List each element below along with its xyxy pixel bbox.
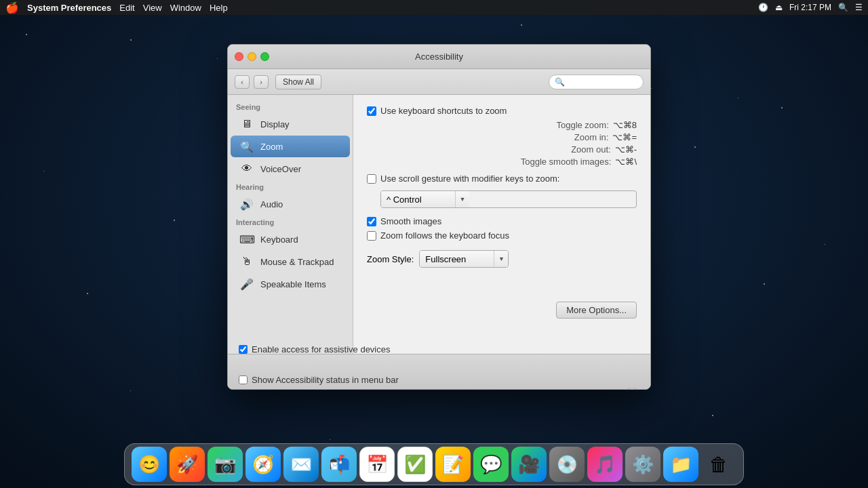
sidebar-section-hearing: Hearing bbox=[228, 180, 353, 192]
sidebar-item-speakable[interactable]: 🎤 Speakable Items bbox=[231, 273, 350, 295]
zoom-keyboard-checkbox[interactable] bbox=[367, 231, 376, 241]
sidebar-item-voiceover[interactable]: 👁 VoiceOver bbox=[231, 158, 350, 180]
dock-launchpad[interactable]: 🚀 bbox=[170, 447, 205, 482]
search-box[interactable]: 🔍 bbox=[549, 75, 644, 89]
shortcut-table: Toggle zoom: ⌥⌘8 Zoom in: ⌥⌘= Zoom out: … bbox=[380, 120, 637, 167]
search-icon: 🔍 bbox=[555, 77, 565, 87]
dock: 😊 🚀 📷 🧭 ✉️ 📬 📅 ✅ 📝 💬 🎥 💿 🎵 ⚙️ 📁 🗑 bbox=[124, 443, 744, 485]
right-panel: Use keyboard shortcuts to zoom Toggle zo… bbox=[353, 95, 650, 354]
sidebar-item-zoom[interactable]: 🔍 Zoom bbox=[231, 136, 350, 157]
dock-safari[interactable]: 🧭 bbox=[245, 447, 281, 482]
forward-button[interactable]: › bbox=[254, 75, 269, 89]
menu-system-preferences[interactable]: System Preferences bbox=[27, 3, 111, 13]
sidebar-item-keyboard[interactable]: ⌨ Keyboard bbox=[231, 228, 350, 250]
speakable-icon: 🎤 bbox=[239, 276, 255, 292]
zoom-out-label: Zoom out: bbox=[502, 144, 611, 155]
sidebar: Seeing 🖥 Display 🔍 Zoom 👁 VoiceOver Hear… bbox=[228, 95, 353, 354]
sidebar-item-display-label: Display bbox=[260, 119, 290, 129]
toggle-zoom-key: ⌥⌘8 bbox=[613, 120, 637, 130]
traffic-lights bbox=[235, 52, 269, 61]
show-all-button[interactable]: Show All bbox=[275, 75, 321, 89]
modifier-key-dropdown[interactable]: ^ Control ▼ bbox=[380, 190, 637, 208]
close-button[interactable] bbox=[235, 52, 243, 61]
control-dropdown-row: ^ Control ▼ bbox=[380, 190, 637, 208]
show-status-label[interactable]: Show Accessibility status in menu bar bbox=[239, 375, 399, 385]
menubar-right: 🕐 ⏏ Fri 2:17 PM 🔍 ☰ bbox=[758, 3, 863, 12]
sidebar-item-mouse-label: Mouse & Trackpad bbox=[260, 257, 334, 267]
menu-help[interactable]: Help bbox=[210, 3, 228, 13]
zoom-out-key: ⌥⌘- bbox=[615, 144, 637, 155]
zoom-style-row: Zoom Style: Fullscreen ▼ bbox=[367, 250, 637, 268]
keyboard-shortcuts-row: Use keyboard shortcuts to zoom bbox=[367, 106, 637, 116]
sidebar-section-seeing: Seeing bbox=[228, 100, 353, 113]
smooth-images-checkbox[interactable] bbox=[367, 217, 376, 226]
zoom-style-arrow[interactable]: ▼ bbox=[494, 251, 508, 267]
maximize-button[interactable] bbox=[260, 52, 269, 61]
window-title: Accessibility bbox=[415, 52, 463, 62]
smooth-images-row: Smooth images bbox=[367, 216, 637, 226]
menubar-search-icon[interactable]: 🔍 bbox=[838, 3, 848, 12]
toggle-smooth-label: Toggle smooth images: bbox=[502, 157, 611, 167]
menubar-list-icon[interactable]: ☰ bbox=[855, 3, 863, 12]
zoom-style-dropdown[interactable]: Fullscreen ▼ bbox=[419, 250, 509, 268]
menu-window[interactable]: Window bbox=[170, 3, 201, 13]
dock-finder[interactable]: 😊 bbox=[132, 447, 167, 482]
keyboard-icon: ⌨ bbox=[239, 231, 255, 247]
zoom-keyboard-label[interactable]: Zoom follows the keyboard focus bbox=[380, 230, 509, 241]
scroll-gesture-checkbox[interactable] bbox=[367, 174, 376, 184]
dock-iphoto[interactable]: 📷 bbox=[208, 447, 243, 482]
dock-facetime[interactable]: 🎥 bbox=[511, 447, 547, 482]
sidebar-item-speakable-label: Speakable Items bbox=[260, 279, 326, 289]
dock-finder2[interactable]: 📁 bbox=[663, 447, 698, 482]
more-options-button[interactable]: More Options... bbox=[556, 302, 637, 319]
sidebar-item-zoom-label: Zoom bbox=[260, 142, 283, 152]
dock-dvd[interactable]: 💿 bbox=[549, 447, 585, 482]
sidebar-item-keyboard-label: Keyboard bbox=[260, 235, 298, 245]
sidebar-item-display[interactable]: 🖥 Display bbox=[231, 113, 350, 135]
modifier-key-value: ^ Control bbox=[381, 191, 456, 207]
zoom-in-label: Zoom in: bbox=[500, 132, 608, 142]
menu-edit[interactable]: Edit bbox=[119, 3, 134, 13]
minimize-button[interactable] bbox=[248, 52, 256, 61]
sidebar-section-interacting: Interacting bbox=[228, 216, 353, 228]
search-input[interactable] bbox=[568, 77, 637, 87]
enable-access-checkbox[interactable] bbox=[239, 345, 248, 354]
audio-icon: 🔊 bbox=[239, 196, 255, 212]
scroll-gesture-row: Use scroll gesture with modifier keys to… bbox=[367, 174, 637, 184]
dock-trash[interactable]: 🗑 bbox=[701, 447, 736, 482]
enable-access-label[interactable]: Enable access for assistive devices bbox=[239, 344, 390, 354]
show-status-checkbox[interactable] bbox=[239, 375, 248, 384]
smooth-images-label[interactable]: Smooth images bbox=[380, 216, 441, 226]
zoom-in-row: Zoom in: ⌥⌘= bbox=[380, 132, 637, 142]
scroll-gesture-label[interactable]: Use scroll gesture with modifier keys to… bbox=[380, 174, 559, 184]
dock-mail[interactable]: 📬 bbox=[321, 447, 357, 482]
zoom-in-key: ⌥⌘= bbox=[612, 132, 637, 142]
titlebar: Accessibility bbox=[228, 45, 650, 69]
dock-itunes[interactable]: 🎵 bbox=[587, 447, 623, 482]
keyboard-shortcuts-label[interactable]: Use keyboard shortcuts to zoom bbox=[380, 106, 507, 116]
dock-mail-stamp[interactable]: ✉️ bbox=[283, 447, 319, 482]
keyboard-shortcuts-checkbox[interactable] bbox=[367, 106, 376, 116]
dock-calendar[interactable]: 📅 bbox=[359, 447, 395, 482]
accessibility-window: Accessibility ‹ › Show All 🔍 Seeing 🖥 Di… bbox=[227, 44, 651, 390]
dock-messages[interactable]: 💬 bbox=[473, 447, 509, 482]
eject-menu-icon[interactable]: ⏏ bbox=[775, 3, 783, 12]
dock-system-preferences[interactable]: ⚙️ bbox=[625, 447, 660, 482]
back-button[interactable]: ‹ bbox=[235, 75, 250, 89]
toolbar: ‹ › Show All 🔍 bbox=[228, 69, 650, 95]
sidebar-item-mouse[interactable]: 🖱 Mouse & Trackpad bbox=[231, 251, 350, 272]
dock-reminders[interactable]: ✅ bbox=[397, 447, 433, 482]
apple-menu[interactable]: 🍎 bbox=[5, 1, 19, 14]
voiceover-icon: 👁 bbox=[239, 161, 255, 177]
dock-notes[interactable]: 📝 bbox=[435, 447, 471, 482]
zoom-style-value: Fullscreen bbox=[420, 251, 494, 267]
sidebar-item-audio[interactable]: 🔊 Audio bbox=[231, 193, 350, 215]
sidebar-item-audio-label: Audio bbox=[260, 199, 283, 209]
menu-view[interactable]: View bbox=[143, 3, 162, 13]
help-button[interactable]: ? bbox=[625, 388, 639, 390]
toggle-zoom-label: Toggle zoom: bbox=[500, 120, 609, 130]
zoom-out-row: Zoom out: ⌥⌘- bbox=[380, 144, 637, 155]
zoom-style-label: Zoom Style: bbox=[367, 254, 414, 264]
clock-menu-icon[interactable]: 🕐 bbox=[758, 3, 768, 12]
modifier-key-arrow[interactable]: ▼ bbox=[456, 191, 469, 207]
